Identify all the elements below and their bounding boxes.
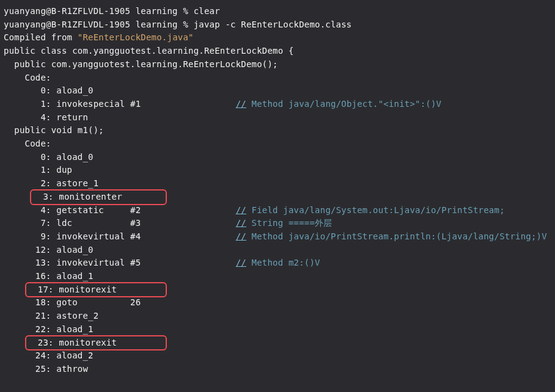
code-text: 12: aload_0 — [4, 245, 94, 255]
terminal-line: 7: ldc #3 // String =====外层 — [4, 217, 551, 230]
code-text: 21: astore_2 — [4, 311, 98, 321]
code-text: yuanyang@B-R1ZFLVDL-1905 learning % clea… — [4, 6, 220, 16]
comment-slashes: // — [236, 231, 246, 241]
code-text: 4: getstatic #2 — [4, 205, 236, 215]
code-text: Code: — [4, 139, 51, 148]
code-text: 16: aload_1 — [4, 271, 94, 281]
code-text: public void m1(); — [4, 125, 104, 135]
comment-slashes: // — [236, 218, 246, 228]
terminal-line: 0: aload_0 — [4, 84, 551, 98]
terminal-output: yuanyang@B-R1ZFLVDL-1905 learning % clea… — [4, 5, 551, 376]
terminal-line: 12: aload_0 — [4, 244, 551, 257]
code-text: 4: return — [4, 112, 88, 122]
string-literal: "ReEnterLockDemo.java" — [78, 32, 194, 42]
terminal-line: 24: aload_2 — [4, 349, 551, 363]
comment-text: Method m2:()V — [252, 258, 320, 267]
comment-slashes: // — [236, 99, 246, 109]
terminal-line: public void m1(); — [4, 124, 551, 137]
code-text: 25: athrow — [4, 364, 88, 374]
indent — [4, 285, 25, 294]
terminal-line: 13: invokevirtual #5 // Method m2:()V — [4, 256, 551, 270]
terminal-line: Code: — [4, 137, 551, 151]
terminal-line: 21: astore_2 — [4, 310, 551, 323]
code-text: 22: aload_1 — [4, 324, 94, 334]
terminal-line: Compiled from "ReEnterLockDemo.java" — [4, 31, 551, 45]
comment-text: Field java/lang/System.out:Ljava/io/Prin… — [252, 205, 505, 215]
terminal-line: yuanyang@B-R1ZFLVDL-1905 learning % clea… — [4, 5, 551, 18]
terminal-line: public class com.yangguotest.learning.Re… — [4, 45, 551, 58]
code-text: Code: — [4, 73, 51, 82]
comment-text: String =====外层 — [252, 218, 333, 228]
terminal-line: 25: athrow — [4, 363, 551, 376]
comment-slashes: // — [236, 205, 246, 215]
terminal-line: 23: monitorexit — [4, 336, 551, 350]
terminal-line: public com.yangguotest.learning.ReEnterL… — [4, 58, 551, 71]
highlighted-instruction: 3: monitorenter — [30, 189, 167, 205]
terminal-line: 1: dup — [4, 164, 551, 177]
terminal-line: 9: invokevirtual #4 // Method java/io/Pr… — [4, 230, 551, 244]
terminal-line: 17: monitorexit — [4, 283, 551, 297]
comment-text: Method java/io/PrintStream.println:(Ljav… — [252, 231, 547, 241]
code-text: Compiled from — [4, 32, 78, 42]
terminal-line: 22: aload_1 — [4, 323, 551, 336]
indent — [4, 192, 30, 201]
terminal-line: 3: monitorenter — [4, 191, 551, 204]
highlighted-instruction: 23: monitorexit — [25, 335, 167, 351]
terminal-line: 18: goto 26 — [4, 296, 551, 310]
code-text: public com.yangguotest.learning.ReEnterL… — [4, 59, 278, 69]
code-text: 1: invokespecial #1 — [4, 99, 236, 109]
comment-text: Method java/lang/Object."<init>":()V — [252, 99, 442, 109]
code-text: 18: goto 26 — [4, 297, 141, 307]
code-text: yuanyang@B-R1ZFLVDL-1905 learning % java… — [4, 20, 352, 29]
terminal-line: 16: aload_1 — [4, 270, 551, 283]
code-text: public class com.yangguotest.learning.Re… — [4, 46, 294, 56]
code-text: 9: invokevirtual #4 — [4, 231, 236, 241]
comment-slashes: // — [236, 258, 246, 267]
terminal-line: Code: — [4, 71, 551, 85]
terminal-line: 0: aload_0 — [4, 151, 551, 164]
code-text: 0: aload_0 — [4, 85, 94, 95]
code-text: 24: aload_2 — [4, 350, 94, 360]
terminal-line: 4: getstatic #2 // Field java/lang/Syste… — [4, 204, 551, 217]
code-text: 7: ldc #3 — [4, 218, 236, 228]
terminal-line: yuanyang@B-R1ZFLVDL-1905 learning % java… — [4, 18, 551, 32]
code-text: 1: dup — [4, 165, 72, 175]
code-text: 0: aload_0 — [4, 152, 94, 162]
code-text: 13: invokevirtual #5 — [4, 258, 236, 267]
highlighted-instruction: 17: monitorexit — [25, 282, 167, 298]
code-text: 2: astore_1 — [4, 178, 98, 188]
terminal-line: 4: return — [4, 111, 551, 125]
terminal-line: 2: astore_1 — [4, 177, 551, 191]
indent — [4, 338, 25, 347]
terminal-line: 1: invokespecial #1 // Method java/lang/… — [4, 98, 551, 111]
